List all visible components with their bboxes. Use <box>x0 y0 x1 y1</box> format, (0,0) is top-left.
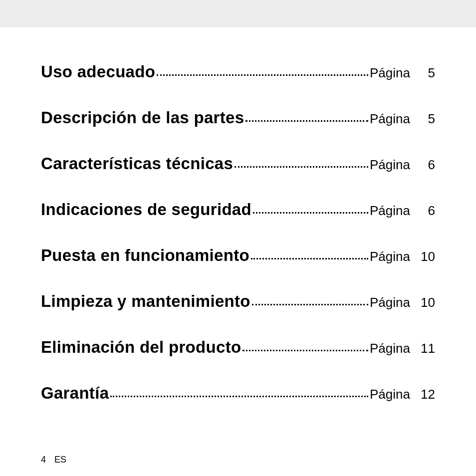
top-margin-strip <box>0 0 476 27</box>
toc-title: Eliminación del producto <box>41 338 241 357</box>
toc-leader-dots <box>252 304 368 305</box>
toc-page-label: Página <box>370 387 410 402</box>
toc-page-label: Página <box>370 111 410 127</box>
toc-page-number: 11 <box>410 341 435 356</box>
toc-page-label: Página <box>370 203 410 219</box>
toc-page-label: Página <box>370 65 410 81</box>
toc-title: Limpieza y mantenimiento <box>41 292 250 311</box>
toc-page-number: 5 <box>410 111 435 127</box>
toc-page-number: 10 <box>410 249 435 264</box>
toc-page-label: Página <box>370 341 410 356</box>
toc-entry: Garantía Página 12 <box>41 384 435 403</box>
toc-title: Uso adecuado <box>41 62 155 81</box>
toc-leader-dots <box>251 258 368 259</box>
toc-page-number: 12 <box>410 387 435 402</box>
toc-title: Descripción de las partes <box>41 108 244 127</box>
toc-entry: Uso adecuado Página 5 <box>41 62 435 81</box>
document-page: Uso adecuado Página 5 Descripción de las… <box>0 0 476 476</box>
toc-page-number: 5 <box>410 65 435 81</box>
toc-entry: Puesta en funcionamiento Página 10 <box>41 246 435 265</box>
toc-page-number: 10 <box>410 295 435 310</box>
toc-page-number: 6 <box>410 203 435 219</box>
toc-page-label: Página <box>370 157 410 173</box>
toc-entry: Limpieza y mantenimiento Página 10 <box>41 292 435 311</box>
page-footer: 4 ES <box>41 455 66 465</box>
toc-leader-dots <box>157 74 368 76</box>
toc-page-label: Página <box>370 249 410 264</box>
toc-title: Puesta en funcionamiento <box>41 246 249 265</box>
toc-leader-dots <box>235 166 368 168</box>
toc-entry: Eliminación del producto Página 11 <box>41 338 435 357</box>
toc-leader-dots <box>110 396 368 397</box>
toc-entry: Indicaciones de seguridad Página 6 <box>41 200 435 219</box>
toc-entry: Descripción de las partes Página 5 <box>41 108 435 127</box>
footer-page-number: 4 <box>41 455 46 465</box>
toc-page-label: Página <box>370 295 410 310</box>
toc-entry: Características técnicas Página 6 <box>41 154 435 173</box>
toc-leader-dots <box>245 120 368 122</box>
toc-page-number: 6 <box>410 157 435 173</box>
toc-title: Garantía <box>41 384 109 403</box>
toc-title: Características técnicas <box>41 154 233 173</box>
toc-leader-dots <box>242 350 368 351</box>
toc-leader-dots <box>253 212 368 214</box>
footer-language-code: ES <box>54 455 66 465</box>
toc-title: Indicaciones de seguridad <box>41 200 251 219</box>
